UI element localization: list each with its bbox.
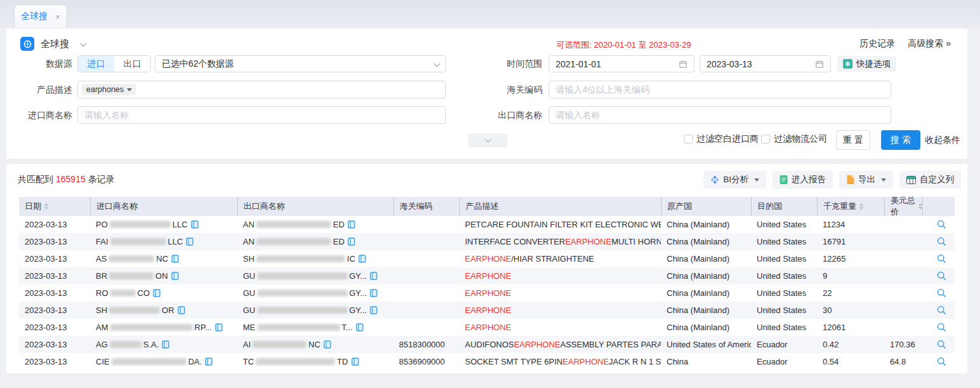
magnifier-icon[interactable] [937, 340, 946, 349]
close-icon[interactable]: × [55, 12, 60, 22]
quick-options-button[interactable]: 快捷选项 [837, 56, 896, 72]
search-button[interactable]: 搜索 [881, 130, 920, 150]
company-profile-icon[interactable] [370, 289, 377, 297]
company-profile-icon[interactable] [358, 255, 366, 263]
company-profile-icon[interactable] [348, 237, 355, 246]
tab-title: 全球搜 [21, 11, 48, 22]
export-toggle[interactable]: 出口 [114, 56, 150, 72]
table-row[interactable]: 2023-03-13 AMRP... MET... EARPHONE China… [19, 319, 955, 336]
hs-code-input[interactable] [549, 81, 891, 98]
magnifier-icon[interactable] [937, 357, 946, 366]
magnifier-icon[interactable] [937, 254, 946, 264]
product-desc-label: 产品描述 [19, 81, 72, 98]
table-row[interactable]: 2023-03-13 AGS.A. AINC 8518300000 AUDIFO… [19, 336, 955, 353]
company-profile-icon[interactable] [348, 220, 355, 229]
table-row[interactable]: 2023-03-13 FAILLC ANED INTERFACE CONVERT… [19, 233, 955, 250]
table-row[interactable]: 2023-03-13 CIEDA. TCTD 8536909000 SOCKET… [19, 353, 955, 370]
calendar-icon [679, 60, 688, 69]
keyword-tag[interactable]: earphones [82, 84, 136, 95]
table-header-row: 日期 进口商名称 出口商名称 海关编码 产品描述 原产国 目的国 千克重量 美元… [19, 197, 955, 216]
end-date-input[interactable]: 2023-03-13 [700, 55, 831, 72]
date-range-hint: 可选范围: 2020-01-01 至 2023-03-29 [556, 39, 691, 51]
report-icon [780, 175, 788, 184]
exporter-name-label: 出口商名称 [492, 107, 542, 124]
results-summary: 共匹配到165915条记录 [18, 174, 115, 185]
bi-diamond-icon [710, 175, 719, 184]
export-button[interactable]: 导出 [839, 171, 893, 189]
chevron-down-icon[interactable] [81, 41, 87, 47]
data-source-label: 数据源 [19, 55, 72, 72]
company-profile-icon[interactable] [370, 306, 377, 314]
company-profile-icon[interactable] [370, 272, 377, 280]
product-desc: PETCARE FOUNTAIN FILTER KIT ELECTRONIC W… [459, 220, 661, 229]
filter-empty-importer-checkbox[interactable]: 过滤空白进口商 [684, 133, 759, 145]
magnifier-icon[interactable] [937, 305, 946, 315]
sort-icon [859, 203, 863, 210]
company-profile-icon[interactable] [215, 323, 223, 331]
export-file-icon [846, 175, 854, 184]
header-actions [922, 197, 955, 216]
product-desc-input[interactable]: earphones [77, 81, 446, 98]
module-title: 全球搜 [41, 38, 69, 50]
collapse-conditions-link[interactable]: 收起条件 [925, 135, 960, 146]
highlighted-keyword: EARPHONE [465, 271, 511, 281]
columns-table-icon [906, 176, 916, 184]
importer-name-input[interactable] [77, 106, 446, 124]
company-profile-icon[interactable] [191, 220, 199, 229]
tab-global-search[interactable]: 全球搜 × [14, 4, 67, 28]
header-importer: 进口商名称 [90, 197, 237, 216]
product-desc: EARPHONE/HIAR STRAIGHTENE [459, 254, 661, 264]
data-source-select[interactable]: 已选中62个数据源 [155, 55, 446, 72]
caret-down-icon [754, 178, 759, 182]
reset-button[interactable]: 重置 [836, 130, 870, 150]
header-weight[interactable]: 千克重量 [817, 197, 884, 216]
company-profile-icon[interactable] [186, 237, 193, 246]
company-profile-icon[interactable] [351, 358, 359, 366]
highlighted-keyword: EARPHONE [563, 357, 609, 366]
exporter-name-input[interactable] [549, 106, 891, 124]
company-profile-icon[interactable] [171, 272, 179, 280]
magnifier-icon[interactable] [937, 271, 946, 281]
table-row[interactable]: 2023-03-13 ASNC SHIC EARPHONE/HIAR STRAI… [19, 250, 955, 267]
table-row[interactable]: 2023-03-13 BRON GUGY... EARPHONE China (… [19, 267, 955, 284]
magnifier-icon[interactable] [937, 220, 946, 229]
company-profile-icon[interactable] [205, 358, 212, 366]
chevron-down-icon [485, 137, 491, 143]
table-row[interactable]: 2023-03-13 POLLC ANED PETCARE FOUNTAIN F… [19, 216, 955, 233]
magnifier-icon[interactable] [937, 237, 946, 246]
magnifier-icon[interactable] [937, 323, 946, 332]
chevron-down-icon [434, 61, 440, 67]
bi-analysis-button[interactable]: BI分析 [703, 171, 766, 189]
caret-down-icon [127, 88, 132, 91]
product-desc: EARPHONE [459, 305, 661, 315]
start-date-input[interactable]: 2021-01-01 [549, 55, 695, 72]
customize-columns-button[interactable]: 自定义列 [899, 171, 961, 189]
time-range-label: 时间范围 [492, 55, 542, 72]
table-row[interactable]: 2023-03-13 ROCO GUGY... EARPHONE China (… [19, 284, 955, 302]
highlighted-keyword: EARPHONE [465, 254, 511, 264]
company-profile-icon[interactable] [323, 340, 331, 349]
header-exporter: 出口商名称 [237, 197, 393, 216]
product-desc: INTERFACE CONVERTER EARPHONE MULTI HORN … [459, 237, 661, 246]
company-profile-icon[interactable] [153, 289, 160, 297]
checkbox-icon [684, 135, 693, 144]
filter-logistics-checkbox[interactable]: 过滤物流公司 [761, 133, 827, 145]
company-profile-icon[interactable] [178, 306, 185, 314]
header-date[interactable]: 日期 [19, 197, 90, 216]
header-value[interactable]: 美元总价 [884, 197, 922, 216]
company-profile-icon[interactable] [162, 340, 169, 349]
table-row[interactable]: 2023-03-13 SHOR GUGY... EARPHONE China (… [19, 302, 955, 319]
company-profile-icon[interactable] [171, 255, 179, 263]
highlighted-keyword: EARPHONE [465, 288, 511, 298]
search-panel: 全球搜 历史记录 高级搜索 » 可选范围: 2020-01-01 至 2023-… [6, 29, 967, 159]
advanced-search-link[interactable]: 高级搜索 » [908, 38, 951, 50]
magnifier-icon[interactable] [937, 288, 946, 298]
enter-report-button[interactable]: 进入报告 [773, 171, 833, 189]
import-toggle[interactable]: 进口 [78, 56, 114, 72]
header-dest: 目的国 [751, 197, 817, 216]
company-profile-icon[interactable] [356, 323, 363, 331]
product-desc: AUDIFONOS EARPHONE ASSEMBLY PARTES PARA … [459, 340, 661, 349]
expand-toggle-button[interactable] [468, 133, 507, 147]
history-link[interactable]: 历史记录 [859, 38, 895, 50]
sort-icon [44, 203, 48, 210]
